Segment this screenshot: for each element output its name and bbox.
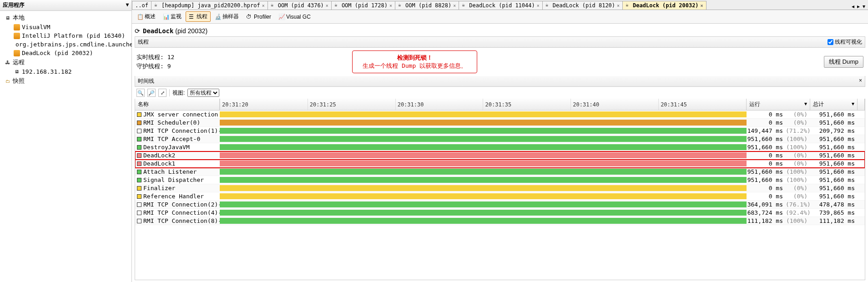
monitor-tab[interactable]: 📊监视 [160, 11, 185, 22]
thread-dump-button[interactable]: 线程 Dump [824, 56, 863, 68]
sidebar-header: 应用程序 ▾ [0, 0, 131, 11]
overview-tab[interactable]: 📋概述 [134, 11, 159, 22]
content: ⟳ DeadLock (pid 20032) 线程 线程可视化 实时线程: 12… [132, 24, 868, 282]
sampler-tab[interactable]: 🔬抽样器 [212, 11, 242, 22]
col-total[interactable]: 总计 ▾ [810, 99, 858, 110]
tab-nav: ◂ ▸ ▾ [849, 3, 868, 10]
thread-row[interactable]: DeadLock20 ms(0%)951,660 ms [135, 151, 865, 160]
run-time: 364,091 ms [747, 201, 783, 208]
thread-bar [220, 218, 747, 224]
view-select[interactable]: 所有线程 [187, 89, 219, 97]
close-icon[interactable]: × [326, 3, 328, 8]
time-tick: 20:31:25 [308, 99, 395, 110]
thread-row[interactable]: RMI TCP Accept-0951,660 ms(100%)951,660 … [135, 135, 865, 143]
close-icon[interactable]: × [537, 3, 540, 8]
tab-prev-icon[interactable]: ◂ [851, 3, 855, 10]
tab-list-icon[interactable]: ▾ [862, 3, 866, 10]
sidebar: 应用程序 ▾ 🖥本地 VisualVM IntelliJ Platform (p… [0, 0, 132, 282]
total-time: 951,660 ms [810, 111, 858, 118]
tree-remote-ip[interactable]: 🖥192.168.31.182 [1, 67, 131, 76]
total-time: 951,660 ms [810, 160, 858, 167]
total-time: 951,660 ms [810, 119, 858, 126]
threads-tab[interactable]: ☰线程 [186, 11, 211, 22]
thread-stats-row: 实时线程: 12 守护线程: 9 检测到死锁！ 生成一个线程 Dump 以获取更… [135, 48, 865, 76]
run-pct: (0%) [786, 185, 807, 191]
tab-oom-pid-8828-[interactable]: OOM (pid 8828)× [395, 1, 459, 10]
zoom-out-icon[interactable]: 🔎 [147, 89, 156, 97]
run-pct: (100%) [786, 176, 807, 183]
zoom-in-icon[interactable]: 🔍 [136, 89, 145, 97]
thread-row[interactable]: Signal Dispatcher951,660 ms(100%)951,660… [135, 176, 865, 184]
overview-icon: 📋 [137, 14, 143, 20]
run-pct: (100%) [786, 144, 807, 151]
close-icon[interactable]: × [617, 3, 620, 8]
tab--heapdump-java_pid20200-hprof[interactable]: [heapdump] java_pid20200.hprof× [151, 1, 268, 10]
tab-oom-pid-1728-[interactable]: OOM (pid 1728)× [331, 1, 395, 10]
sampler-icon: 🔬 [215, 14, 221, 20]
tree-visualvm[interactable]: VisualVM [1, 23, 131, 31]
thread-row[interactable]: RMI TCP Connection(8)-192.1111,182 ms(10… [135, 217, 865, 225]
thread-viz-checkbox[interactable] [828, 39, 833, 45]
app-tree: 🖥本地 VisualVM IntelliJ Platform (pid 1634… [0, 11, 131, 88]
thread-bar [220, 177, 747, 183]
run-pct: (71.2%) [786, 127, 807, 134]
thread-row[interactable]: DestroyJavaVM951,660 ms(100%)951,660 ms [135, 143, 865, 151]
thread-row[interactable]: RMI TCP Connection(2)-192.1364,091 ms(76… [135, 201, 865, 209]
run-time: 951,660 ms [747, 176, 783, 183]
run-pct: (0%) [786, 160, 807, 167]
tree-remote[interactable]: 🖧远程 [1, 57, 131, 67]
tab-next-icon[interactable]: ▸ [856, 3, 861, 10]
close-icon[interactable]: × [859, 77, 862, 85]
tree-snapshot[interactable]: 🗀快照 [1, 76, 131, 86]
thread-row[interactable]: JMX server connection timeo0 ms(0%)951,6… [135, 111, 865, 119]
close-icon[interactable]: × [262, 3, 265, 8]
thread-name: JMX server connection timeo [143, 111, 220, 118]
close-icon[interactable]: × [701, 3, 703, 8]
thread-row[interactable]: RMI TCP Connection(4)-192.1683,724 ms(92… [135, 209, 865, 217]
close-icon[interactable]: × [389, 3, 392, 8]
thread-row[interactable]: Reference Handler0 ms(0%)951,660 ms [135, 192, 865, 201]
col-name[interactable]: 名称 [135, 99, 220, 110]
thread-name: RMI Scheduler(0) [143, 119, 200, 126]
tree-local[interactable]: 🖥本地 [1, 13, 131, 23]
refresh-icon[interactable]: ⟳ [135, 27, 140, 35]
run-time: 0 ms [747, 160, 783, 167]
grid-body[interactable]: JMX server connection timeo0 ms(0%)951,6… [135, 111, 865, 280]
col-run[interactable]: 运行 ▾ [747, 99, 810, 110]
thread-row[interactable]: Attach Listener951,660 ms(100%)951,660 m… [135, 168, 865, 176]
run-time: 0 ms [747, 152, 783, 159]
tab-deadlock-pid-11044-[interactable]: DeadLock (pid 11044)× [459, 1, 543, 10]
tree-launcher[interactable]: org.jetbrains.jps.cmdline.Launcher (p [1, 40, 131, 49]
thread-name: DeadLock2 [143, 152, 175, 159]
time-tick: 20:31:30 [395, 99, 483, 110]
tab-oom-pid-4376-[interactable]: OOM (pid 4376)× [267, 1, 332, 10]
profiler-tab[interactable]: ⏱Profiler [243, 11, 274, 22]
close-icon[interactable]: × [453, 3, 456, 8]
total-time: 209,792 ms [810, 127, 858, 135]
state-icon [137, 153, 141, 158]
state-icon [137, 145, 141, 150]
total-time: 739,865 ms [810, 209, 858, 217]
tab-overflow[interactable]: ..of [132, 1, 151, 10]
run-pct: (0%) [786, 152, 807, 159]
thread-bar [220, 201, 747, 207]
view-label: 视图: [172, 89, 185, 97]
section-title: 线程 [138, 38, 149, 46]
thread-row[interactable]: Finalizer0 ms(0%)951,660 ms [135, 184, 865, 192]
tab-deadlock-pid-8120-[interactable]: DeadLock (pid 8120)× [542, 1, 623, 10]
run-time: 951,660 ms [747, 168, 783, 175]
total-time: 951,660 ms [810, 192, 858, 200]
thread-viz-toggle[interactable]: 线程可视化 [828, 38, 862, 46]
tree-deadlock[interactable]: DeadLock (pid 20032) [1, 49, 131, 57]
sidebar-menu-icon[interactable]: ▾ [126, 1, 129, 9]
thread-row[interactable]: RMI Scheduler(0)0 ms(0%)951,660 ms [135, 119, 865, 127]
visualgc-tab[interactable]: 📈Visual GC [275, 11, 314, 22]
thread-row[interactable]: RMI TCP Connection(1)-192.1149,447 ms(71… [135, 127, 865, 135]
state-icon [137, 170, 141, 174]
run-pct: (0%) [786, 119, 807, 126]
tree-intellij[interactable]: IntelliJ Platform (pid 16340) [1, 31, 131, 40]
tab-deadlock-pid-20032-[interactable]: DeadLock (pid 20032)× [622, 1, 707, 10]
zoom-fit-icon[interactable]: ⤢ [158, 89, 167, 97]
thread-row[interactable]: DeadLock10 ms(0%)951,660 ms [135, 160, 865, 168]
java-icon [545, 3, 551, 8]
